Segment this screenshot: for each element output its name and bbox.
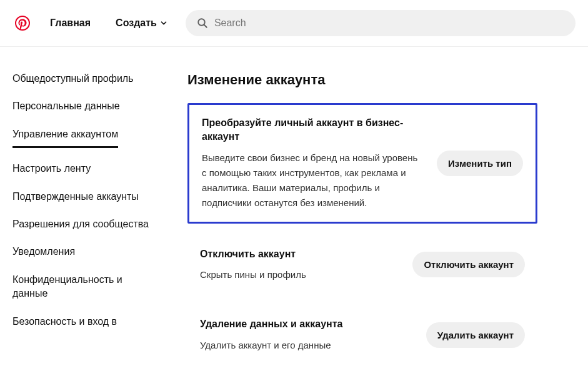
deactivate-title: Отключить аккаунт [200,247,400,261]
sidebar-item-public-profile[interactable]: Общедоступный профиль [12,72,150,86]
sidebar-item-personal-data[interactable]: Персональные данные [12,99,150,113]
sidebar-item-tune-feed[interactable]: Настроить ленту [12,162,150,176]
search-input[interactable] [214,17,564,29]
convert-text: Преобразуйте личный аккаунт в бизнес-акк… [202,116,424,210]
sidebar-item-notifications[interactable]: Уведомления [12,245,150,259]
convert-desc: Выведите свои бизнес и бренд на новый ур… [202,151,424,210]
sidebar-item-verified-accounts[interactable]: Подтвержденные аккаунты [12,190,150,204]
chevron-down-icon [159,19,168,27]
pinterest-logo[interactable] [12,13,32,33]
search-icon [197,17,208,29]
deactivate-desc: Скрыть пины и профиль [200,267,400,282]
delete-button[interactable]: Удалить аккаунт [426,322,525,348]
deactivate-text: Отключить аккаунт Скрыть пины и профиль [200,247,400,282]
sidebar-item-privacy-data[interactable]: Конфиденциальность и данные [12,273,150,301]
nav-create[interactable]: Создать [108,12,176,34]
svg-line-2 [204,24,207,27]
delete-account-section: Удаление данных и аккаунта Удалить аккау… [187,306,537,364]
delete-text: Удаление данных и аккаунта Удалить аккау… [200,317,414,352]
pinterest-icon [15,16,30,31]
delete-title: Удаление данных и аккаунта [200,317,414,331]
sidebar-item-account-management[interactable]: Управление аккаунтом [12,127,118,148]
sidebar: Общедоступный профиль Персональные данны… [12,72,150,366]
page-title: Изменение аккаунта [187,72,537,88]
convert-button[interactable]: Изменить тип [437,151,523,176]
main: Общедоступный профиль Персональные данны… [0,47,588,366]
delete-desc: Удалить аккаунт и его данные [200,338,414,353]
sidebar-item-community-permissions[interactable]: Разрешения для сообщества [12,217,150,231]
deactivate-account-section: Отключить аккаунт Скрыть пины и профиль … [187,236,537,294]
sidebar-item-security-login[interactable]: Безопасность и вход в [12,315,150,329]
content: Изменение аккаунта Преобразуйте личный а… [187,72,537,366]
convert-account-section: Преобразуйте личный аккаунт в бизнес-акк… [187,103,537,224]
nav-home[interactable]: Главная [42,12,98,34]
convert-title: Преобразуйте личный аккаунт в бизнес-акк… [202,116,424,144]
header: Главная Создать [0,0,588,47]
search-bar[interactable] [186,10,576,36]
nav-create-label: Создать [116,17,157,29]
deactivate-button[interactable]: Отключить аккаунт [412,252,525,277]
